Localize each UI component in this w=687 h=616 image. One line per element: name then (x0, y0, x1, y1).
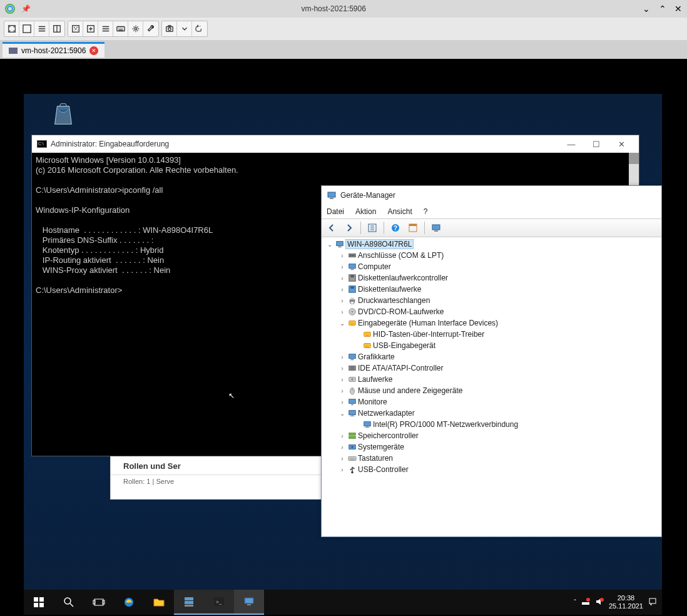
server-manager-window[interactable]: Rollen und Ser Rollen: 1 | Serve (110, 454, 343, 500)
svg-rect-16 (409, 224, 417, 226)
tree-node[interactable]: ›Anschlüsse (COM & LPT) (324, 250, 659, 261)
maximize-icon[interactable]: ⌃ (659, 4, 666, 14)
devmgr-titlebar[interactable]: Geräte-Manager (322, 186, 661, 205)
svg-rect-59 (34, 603, 38, 607)
cmd-minimize-button[interactable]: — (559, 140, 584, 149)
recycle-bin-icon[interactable] (49, 100, 80, 131)
view-bars-icon[interactable] (98, 21, 113, 36)
zoom-out-icon[interactable] (68, 21, 83, 36)
session-tab-icon (9, 48, 18, 54)
tree-leaf[interactable]: USB-Eingabegerät (324, 340, 659, 351)
view-list-icon[interactable] (34, 21, 49, 36)
tree-node[interactable]: ›USB-Controller (324, 464, 659, 475)
svg-rect-36 (349, 321, 356, 326)
start-button[interactable] (24, 590, 54, 615)
volume-tray-icon[interactable] (595, 597, 604, 607)
svg-rect-39 (349, 354, 356, 359)
device-tree[interactable]: ⌄WIN-A898O4I7R6L›Anschlüsse (COM & LPT)›… (322, 237, 661, 536)
windows-desktop[interactable]: Rollen und Ser Rollen: 1 | Serve C:\ Adm… (24, 94, 662, 615)
pin-icon[interactable]: 📌 (21, 4, 31, 13)
svg-rect-60 (39, 603, 44, 607)
tab-close-icon[interactable]: ✕ (89, 46, 98, 55)
mouse-cursor-icon: ↖ (228, 391, 235, 401)
tree-node[interactable]: ›Laufwerke (324, 374, 659, 385)
vnc-window-title: vm-host-2021:5906 (31, 4, 636, 13)
fullscreen-icon[interactable] (19, 21, 34, 36)
cmd-title-text: Administrator: Eingabeaufforderung (51, 140, 169, 148)
tree-node[interactable]: ›Diskettenlaufwerkcontroller (324, 272, 659, 284)
tree-node-label: Mäuse und andere Zeigegeräte (358, 386, 462, 395)
explorer-button[interactable] (144, 590, 174, 615)
tree-node[interactable]: ›Computer (324, 261, 659, 272)
forward-icon[interactable] (342, 221, 357, 235)
svg-rect-33 (350, 302, 354, 304)
vnc-session-tab[interactable]: vm-host-2021:5906 ✕ (3, 42, 104, 58)
tree-node[interactable]: ›Mäuse und andere Zeigegeräte (324, 385, 659, 396)
tree-node-label: Tastaturen (358, 454, 393, 463)
tree-node[interactable]: ›Tastaturen (324, 453, 659, 464)
menu-help[interactable]: ? (424, 207, 428, 216)
svg-rect-9 (168, 26, 171, 27)
wrench-icon[interactable] (143, 21, 158, 36)
reconnect-icon[interactable] (192, 21, 207, 36)
floppy-icon (347, 285, 358, 294)
cmd-maximize-button[interactable]: ☐ (584, 140, 609, 149)
zoom-fit-icon[interactable] (83, 21, 98, 36)
task-view-button[interactable] (84, 590, 114, 615)
tree-leaf[interactable]: Intel(R) PRO/1000 MT-Netzwerkverbindung (324, 419, 659, 430)
devmgr-app-icon (327, 190, 337, 200)
minimize-icon[interactable]: ⌄ (643, 4, 650, 14)
menu-action[interactable]: Aktion (355, 207, 376, 216)
tray-chevron-icon[interactable]: ˆ (574, 598, 576, 606)
monitor-icon (347, 398, 358, 406)
fit-window-icon[interactable] (4, 21, 19, 36)
server-manager-button[interactable] (174, 590, 204, 615)
tree-node[interactable]: ›DVD/CD-ROM-Laufwerke (324, 306, 659, 317)
devmgr-taskbar-button[interactable] (234, 590, 264, 615)
tree-node[interactable]: ›Monitore (324, 396, 659, 408)
svg-text:>_: >_ (216, 599, 222, 605)
devmgr-title-text: Geräte-Manager (340, 191, 395, 200)
computer-icon (347, 262, 358, 271)
system-tray: ˆ 20:38 25.11.2021 (574, 594, 662, 610)
svg-rect-76 (649, 598, 656, 603)
chevron-down-icon[interactable] (177, 21, 192, 36)
tree-node[interactable]: ⌄Eingabegeräte (Human Interface Devices) (324, 317, 659, 329)
notifications-icon[interactable] (648, 597, 657, 607)
back-icon[interactable] (324, 221, 339, 235)
tree-leaf[interactable]: HID-Tasten-über-Interrupt-Treiber (324, 329, 659, 340)
tree-root[interactable]: ⌄WIN-A898O4I7R6L (324, 239, 659, 250)
scan-hardware-icon[interactable] (429, 221, 444, 235)
cmd-taskbar-button[interactable]: >_ (204, 590, 234, 615)
vnc-tab-label: vm-host-2021:5906 (21, 46, 86, 55)
cmd-close-button[interactable]: ✕ (609, 140, 634, 149)
svg-rect-62 (94, 599, 103, 605)
properties-icon[interactable] (405, 221, 420, 235)
taskbar-clock[interactable]: 20:38 25.11.2021 (609, 594, 643, 610)
tree-node[interactable]: ›Druckwarteschlangen (324, 295, 659, 306)
view-split-icon[interactable] (49, 21, 64, 36)
camera-icon[interactable] (162, 21, 177, 36)
tree-node[interactable]: ›Diskettenlaufwerke (324, 284, 659, 295)
tree-leaf-label: Intel(R) PRO/1000 MT-Netzwerkverbindung (373, 420, 518, 429)
help-icon[interactable]: ? (388, 221, 403, 235)
tree-node[interactable]: ›Speichercontroller (324, 430, 659, 441)
tree-node[interactable]: ›Grafikkarte (324, 351, 659, 362)
network-icon (362, 420, 373, 429)
menu-file[interactable]: Datei (327, 207, 344, 216)
search-button[interactable] (54, 590, 84, 615)
show-hidden-icon[interactable] (365, 221, 380, 235)
device-manager-window[interactable]: Geräte-Manager Datei Aktion Ansicht ? ? … (321, 185, 662, 537)
cdrom-icon (347, 307, 358, 316)
ie-button[interactable] (114, 590, 144, 615)
tree-node[interactable]: ›Systemgeräte (324, 441, 659, 453)
network-tray-icon[interactable] (581, 597, 590, 607)
tree-node[interactable]: ⌄Netzwerkadapter (324, 408, 659, 419)
close-icon[interactable]: ✕ (674, 4, 682, 14)
gear-icon[interactable] (128, 21, 143, 36)
menu-view[interactable]: Ansicht (387, 207, 412, 216)
svg-rect-58 (39, 597, 44, 602)
cmd-titlebar[interactable]: C:\ Administrator: Eingabeaufforderung —… (32, 135, 639, 153)
keyboard-icon[interactable] (113, 21, 128, 36)
tree-node[interactable]: ›IDE ATA/ATAPI-Controller (324, 362, 659, 374)
